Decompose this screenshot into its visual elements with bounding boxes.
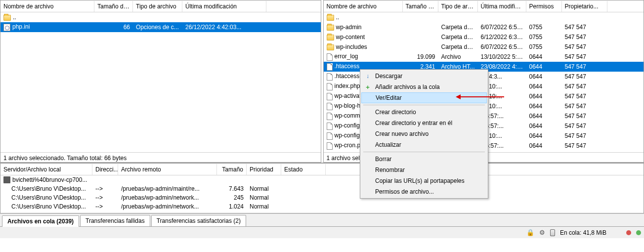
q-dir: -->	[92, 185, 118, 193]
updir-row[interactable]: ..	[324, 12, 644, 22]
download-icon	[364, 73, 372, 80]
file-icon	[327, 132, 333, 140]
queue-item-row[interactable]: C:\Users\Bruno V\Desktop...-->/pruebas/w…	[0, 193, 644, 202]
rcol-name[interactable]: Nombre de archivo	[324, 1, 403, 12]
queue-size-label: En cola: 41,8 MiB	[560, 229, 606, 236]
queue-server-row[interactable]: bvichetti%40brunov-cp700...	[0, 175, 644, 184]
file-type: Carpeta de...	[438, 33, 478, 41]
ctx-add-queue[interactable]: Añadir archivos a la cola	[361, 82, 487, 92]
file-size	[403, 37, 438, 38]
ctx-refresh[interactable]: Actualizar	[361, 139, 487, 150]
folder-icon	[327, 35, 334, 41]
file-type: Carpeta de...	[438, 23, 478, 31]
qcol-remote[interactable]: Archivo remoto	[118, 164, 217, 175]
q-size: 7.643	[217, 185, 247, 193]
q-local: C:\Users\Bruno V\Desktop...	[0, 185, 92, 193]
queue-item-row[interactable]: C:\Users\Bruno V\Desktop...-->/pruebas/w…	[0, 184, 644, 193]
ctx-view-edit[interactable]: Ver/Editar	[361, 92, 487, 103]
tab-queued[interactable]: Archivos en cola (2039)	[2, 215, 79, 227]
queue-db-icon	[550, 229, 555, 236]
file-own: 547 547	[562, 33, 607, 41]
queue-rows[interactable]: bvichetti%40brunov-cp700... C:\Users\Bru…	[0, 175, 644, 213]
ctx-mkdir-label: Crear directorio	[375, 109, 416, 116]
file-perm: 0644	[526, 122, 562, 130]
remote-file-row[interactable]: error_log19.099Archivo13/10/2022 5:5...0…	[324, 52, 644, 62]
ctx-copyurl-label: Copiar las URL(s) al portapapeles	[375, 177, 465, 184]
local-rows[interactable]: .. php.ini 66 Opciones de c... 26/12/202…	[0, 12, 321, 152]
file-own: 547 547	[562, 83, 607, 90]
ctx-mkdir[interactable]: Crear directorio	[361, 107, 487, 118]
ctx-delete[interactable]: Borrar	[361, 154, 487, 165]
qcol-state[interactable]: Estado	[281, 164, 326, 175]
file-row[interactable]: php.ini 66 Opciones de c... 26/12/2022 4…	[0, 22, 321, 32]
file-perm: 0755	[526, 33, 562, 41]
rcol-type[interactable]: Tipo de arc...	[438, 1, 478, 12]
file-name: wp-admin	[336, 24, 362, 31]
rcol-own[interactable]: Propietario...	[562, 1, 607, 12]
col-type[interactable]: Tipo de archivo	[133, 1, 182, 12]
q-local: C:\Users\Bruno V\Desktop...	[0, 203, 92, 210]
transfer-queue-panel: Servidor/Archivo local Direcci... Archiv…	[0, 163, 644, 213]
file-mod: 6/07/2022 6:57:...	[478, 43, 526, 51]
ctx-mkdir-enter[interactable]: Crear directorio y entrar en él	[361, 118, 487, 128]
ctx-refresh-label: Actualizar	[375, 141, 401, 148]
q-size: 1.024	[217, 203, 247, 210]
file-type: Carpeta de...	[438, 43, 478, 51]
file-perm: 0644	[526, 92, 562, 100]
ctx-download[interactable]: Descargar	[361, 71, 487, 82]
server-icon	[3, 176, 10, 183]
file-icon	[327, 113, 333, 120]
remote-file-row[interactable]: wp-contentCarpeta de...6/12/2022 6:33:..…	[324, 32, 644, 42]
q-size: 245	[217, 194, 247, 202]
qcol-size[interactable]: Tamaño	[217, 164, 247, 175]
q-state	[281, 206, 326, 207]
ctx-separator	[363, 152, 485, 152]
ctx-copyurl[interactable]: Copiar las URL(s) al portapapeles	[361, 175, 487, 186]
file-own: 547 547	[562, 102, 607, 110]
q-prio: Normal	[247, 203, 281, 210]
ctx-perms[interactable]: Permisos de archivo...	[361, 186, 487, 197]
file-gear-icon	[3, 24, 10, 31]
queue-columns[interactable]: Servidor/Archivo local Direcci... Archiv…	[0, 164, 644, 175]
folder-icon	[327, 15, 334, 21]
file-type: Archivo	[438, 53, 478, 61]
qcol-local[interactable]: Servidor/Archivo local	[0, 164, 92, 175]
tab-failed[interactable]: Transferencias fallidas	[80, 215, 150, 226]
file-size: 66	[94, 23, 133, 31]
file-size	[403, 27, 438, 28]
q-state	[281, 188, 326, 189]
ctx-rename[interactable]: Renombrar	[361, 165, 487, 175]
file-name: php.ini	[12, 23, 30, 30]
remote-file-row[interactable]: wp-adminCarpeta de...6/07/2022 6:57:...0…	[324, 22, 644, 32]
file-perm: 0644	[526, 132, 562, 140]
qcol-prio[interactable]: Prioridad	[247, 164, 281, 175]
remote-file-row[interactable]: wp-includesCarpeta de...6/07/2022 6:57:.…	[324, 42, 644, 52]
file-perm: 0644	[526, 63, 562, 71]
qcol-dir[interactable]: Direcci...	[92, 164, 118, 175]
col-name[interactable]: Nombre de archivo	[0, 1, 94, 12]
local-columns[interactable]: Nombre de archivo Tamaño de... Tipo de a…	[0, 0, 321, 12]
ctx-newfile[interactable]: Crear nuevo archivo	[361, 128, 487, 139]
file-mod: 26/12/2022 4:42:03...	[182, 23, 266, 31]
file-own: 547 547	[562, 23, 607, 31]
lock-icon[interactable]	[526, 229, 534, 236]
file-own: 547 547	[562, 53, 607, 61]
gear-icon[interactable]	[539, 229, 545, 236]
rcol-perm[interactable]: Permisos	[526, 1, 562, 12]
updir-row[interactable]: ..	[0, 12, 321, 22]
file-type: Opciones de c...	[133, 23, 182, 31]
queue-item-row[interactable]: C:\Users\Bruno V\Desktop...-->/pruebas/w…	[0, 202, 644, 211]
ctx-rename-label: Renombrar	[375, 167, 405, 173]
file-icon	[327, 123, 333, 130]
rcol-mod[interactable]: Última modific...	[478, 1, 526, 12]
q-remote: /pruebas/wp-admin/network...	[118, 203, 217, 210]
rcol-size[interactable]: Tamaño d...	[403, 1, 438, 12]
remote-columns[interactable]: Nombre de archivo Tamaño d... Tipo de ar…	[324, 0, 644, 12]
tab-ok[interactable]: Transferencias satisfactorias (2)	[151, 215, 246, 226]
file-perm: 0755	[526, 43, 562, 51]
col-size[interactable]: Tamaño de...	[94, 1, 133, 12]
file-own: 547 547	[562, 132, 607, 140]
file-name: .htaccess	[335, 63, 360, 70]
q-state	[281, 197, 326, 198]
col-modified[interactable]: Última modificación	[182, 1, 266, 12]
